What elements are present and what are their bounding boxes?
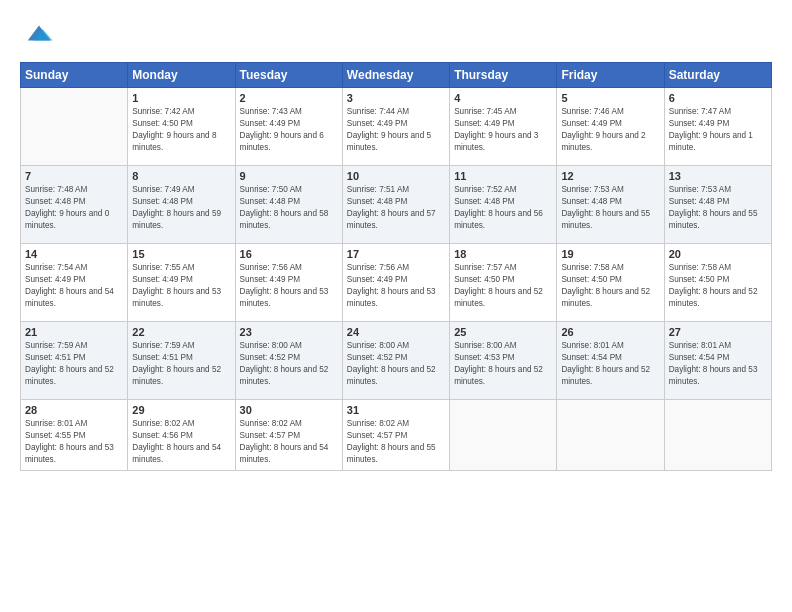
calendar-cell: 29 Sunrise: 8:02 AMSunset: 4:56 PMDaylig… <box>128 400 235 471</box>
day-info: Sunrise: 8:00 AMSunset: 4:52 PMDaylight:… <box>347 340 445 388</box>
calendar-cell: 31 Sunrise: 8:02 AMSunset: 4:57 PMDaylig… <box>342 400 449 471</box>
calendar-cell: 19 Sunrise: 7:58 AMSunset: 4:50 PMDaylig… <box>557 244 664 322</box>
logo-icon <box>24 18 54 48</box>
day-number: 23 <box>240 326 338 338</box>
weekday-header-row: SundayMondayTuesdayWednesdayThursdayFrid… <box>21 63 772 88</box>
calendar-cell: 1 Sunrise: 7:42 AMSunset: 4:50 PMDayligh… <box>128 88 235 166</box>
calendar-cell: 21 Sunrise: 7:59 AMSunset: 4:51 PMDaylig… <box>21 322 128 400</box>
day-info: Sunrise: 7:49 AMSunset: 4:48 PMDaylight:… <box>132 184 230 232</box>
day-info: Sunrise: 7:54 AMSunset: 4:49 PMDaylight:… <box>25 262 123 310</box>
day-number: 20 <box>669 248 767 260</box>
day-number: 8 <box>132 170 230 182</box>
day-info: Sunrise: 7:46 AMSunset: 4:49 PMDaylight:… <box>561 106 659 154</box>
day-number: 9 <box>240 170 338 182</box>
calendar-cell: 25 Sunrise: 8:00 AMSunset: 4:53 PMDaylig… <box>450 322 557 400</box>
calendar-cell: 15 Sunrise: 7:55 AMSunset: 4:49 PMDaylig… <box>128 244 235 322</box>
weekday-header: Wednesday <box>342 63 449 88</box>
day-info: Sunrise: 7:48 AMSunset: 4:48 PMDaylight:… <box>25 184 123 232</box>
day-info: Sunrise: 7:56 AMSunset: 4:49 PMDaylight:… <box>347 262 445 310</box>
day-info: Sunrise: 7:59 AMSunset: 4:51 PMDaylight:… <box>132 340 230 388</box>
calendar-cell: 22 Sunrise: 7:59 AMSunset: 4:51 PMDaylig… <box>128 322 235 400</box>
day-info: Sunrise: 7:57 AMSunset: 4:50 PMDaylight:… <box>454 262 552 310</box>
weekday-header: Saturday <box>664 63 771 88</box>
logo <box>20 18 54 52</box>
day-info: Sunrise: 8:01 AMSunset: 4:55 PMDaylight:… <box>25 418 123 466</box>
day-number: 24 <box>347 326 445 338</box>
day-number: 3 <box>347 92 445 104</box>
calendar-cell: 24 Sunrise: 8:00 AMSunset: 4:52 PMDaylig… <box>342 322 449 400</box>
day-number: 13 <box>669 170 767 182</box>
calendar-cell: 20 Sunrise: 7:58 AMSunset: 4:50 PMDaylig… <box>664 244 771 322</box>
day-number: 7 <box>25 170 123 182</box>
day-info: Sunrise: 7:58 AMSunset: 4:50 PMDaylight:… <box>669 262 767 310</box>
weekday-header: Thursday <box>450 63 557 88</box>
calendar-cell: 11 Sunrise: 7:52 AMSunset: 4:48 PMDaylig… <box>450 166 557 244</box>
weekday-header: Friday <box>557 63 664 88</box>
weekday-header: Monday <box>128 63 235 88</box>
day-info: Sunrise: 8:01 AMSunset: 4:54 PMDaylight:… <box>669 340 767 388</box>
day-info: Sunrise: 8:02 AMSunset: 4:56 PMDaylight:… <box>132 418 230 466</box>
calendar-page: SundayMondayTuesdayWednesdayThursdayFrid… <box>0 0 792 612</box>
page-header <box>20 18 772 52</box>
day-number: 30 <box>240 404 338 416</box>
calendar-cell: 9 Sunrise: 7:50 AMSunset: 4:48 PMDayligh… <box>235 166 342 244</box>
day-info: Sunrise: 7:47 AMSunset: 4:49 PMDaylight:… <box>669 106 767 154</box>
calendar-cell: 5 Sunrise: 7:46 AMSunset: 4:49 PMDayligh… <box>557 88 664 166</box>
calendar-cell: 4 Sunrise: 7:45 AMSunset: 4:49 PMDayligh… <box>450 88 557 166</box>
calendar-cell: 2 Sunrise: 7:43 AMSunset: 4:49 PMDayligh… <box>235 88 342 166</box>
day-number: 18 <box>454 248 552 260</box>
day-info: Sunrise: 8:02 AMSunset: 4:57 PMDaylight:… <box>240 418 338 466</box>
day-number: 11 <box>454 170 552 182</box>
day-number: 14 <box>25 248 123 260</box>
calendar-cell: 17 Sunrise: 7:56 AMSunset: 4:49 PMDaylig… <box>342 244 449 322</box>
day-info: Sunrise: 7:59 AMSunset: 4:51 PMDaylight:… <box>25 340 123 388</box>
calendar-cell: 28 Sunrise: 8:01 AMSunset: 4:55 PMDaylig… <box>21 400 128 471</box>
calendar-cell: 23 Sunrise: 8:00 AMSunset: 4:52 PMDaylig… <box>235 322 342 400</box>
day-info: Sunrise: 8:01 AMSunset: 4:54 PMDaylight:… <box>561 340 659 388</box>
day-number: 4 <box>454 92 552 104</box>
weekday-header: Tuesday <box>235 63 342 88</box>
calendar-cell: 26 Sunrise: 8:01 AMSunset: 4:54 PMDaylig… <box>557 322 664 400</box>
weekday-header: Sunday <box>21 63 128 88</box>
calendar-table: SundayMondayTuesdayWednesdayThursdayFrid… <box>20 62 772 471</box>
calendar-cell: 8 Sunrise: 7:49 AMSunset: 4:48 PMDayligh… <box>128 166 235 244</box>
calendar-cell: 30 Sunrise: 8:02 AMSunset: 4:57 PMDaylig… <box>235 400 342 471</box>
calendar-cell <box>557 400 664 471</box>
calendar-cell: 14 Sunrise: 7:54 AMSunset: 4:49 PMDaylig… <box>21 244 128 322</box>
calendar-cell: 7 Sunrise: 7:48 AMSunset: 4:48 PMDayligh… <box>21 166 128 244</box>
day-number: 31 <box>347 404 445 416</box>
day-number: 15 <box>132 248 230 260</box>
day-info: Sunrise: 7:52 AMSunset: 4:48 PMDaylight:… <box>454 184 552 232</box>
day-number: 5 <box>561 92 659 104</box>
calendar-cell: 16 Sunrise: 7:56 AMSunset: 4:49 PMDaylig… <box>235 244 342 322</box>
day-info: Sunrise: 8:00 AMSunset: 4:53 PMDaylight:… <box>454 340 552 388</box>
day-number: 21 <box>25 326 123 338</box>
day-number: 25 <box>454 326 552 338</box>
day-number: 26 <box>561 326 659 338</box>
day-number: 27 <box>669 326 767 338</box>
day-number: 6 <box>669 92 767 104</box>
calendar-cell: 10 Sunrise: 7:51 AMSunset: 4:48 PMDaylig… <box>342 166 449 244</box>
day-number: 22 <box>132 326 230 338</box>
day-number: 19 <box>561 248 659 260</box>
day-info: Sunrise: 7:50 AMSunset: 4:48 PMDaylight:… <box>240 184 338 232</box>
day-info: Sunrise: 7:58 AMSunset: 4:50 PMDaylight:… <box>561 262 659 310</box>
day-info: Sunrise: 7:56 AMSunset: 4:49 PMDaylight:… <box>240 262 338 310</box>
day-info: Sunrise: 7:55 AMSunset: 4:49 PMDaylight:… <box>132 262 230 310</box>
day-info: Sunrise: 7:45 AMSunset: 4:49 PMDaylight:… <box>454 106 552 154</box>
calendar-cell: 27 Sunrise: 8:01 AMSunset: 4:54 PMDaylig… <box>664 322 771 400</box>
day-info: Sunrise: 7:53 AMSunset: 4:48 PMDaylight:… <box>561 184 659 232</box>
calendar-cell: 12 Sunrise: 7:53 AMSunset: 4:48 PMDaylig… <box>557 166 664 244</box>
day-number: 28 <box>25 404 123 416</box>
calendar-cell <box>664 400 771 471</box>
calendar-cell: 3 Sunrise: 7:44 AMSunset: 4:49 PMDayligh… <box>342 88 449 166</box>
calendar-cell: 18 Sunrise: 7:57 AMSunset: 4:50 PMDaylig… <box>450 244 557 322</box>
day-number: 17 <box>347 248 445 260</box>
day-info: Sunrise: 7:42 AMSunset: 4:50 PMDaylight:… <box>132 106 230 154</box>
day-info: Sunrise: 8:00 AMSunset: 4:52 PMDaylight:… <box>240 340 338 388</box>
day-number: 2 <box>240 92 338 104</box>
day-info: Sunrise: 7:43 AMSunset: 4:49 PMDaylight:… <box>240 106 338 154</box>
calendar-cell: 6 Sunrise: 7:47 AMSunset: 4:49 PMDayligh… <box>664 88 771 166</box>
day-number: 10 <box>347 170 445 182</box>
day-number: 29 <box>132 404 230 416</box>
